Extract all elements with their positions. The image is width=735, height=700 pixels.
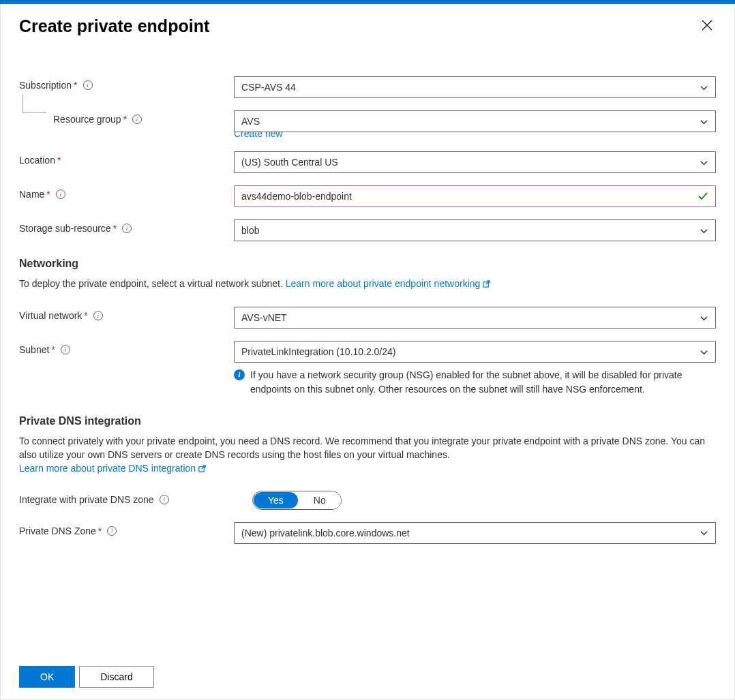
close-button[interactable] (698, 16, 716, 37)
page-title: Create private endpoint (19, 16, 209, 36)
info-icon[interactable]: i (160, 495, 169, 504)
dns-link-text: Learn more about private DNS integration (19, 461, 196, 475)
chevron-down-icon (700, 117, 708, 126)
info-icon[interactable]: i (61, 345, 70, 354)
dns-zone-value: (New) privatelink.blob.core.windows.net (241, 528, 410, 538)
external-link-icon (482, 279, 491, 288)
subscription-select[interactable]: CSP-AVS 44 (234, 76, 716, 98)
required-asterisk: * (46, 189, 50, 200)
location-value: (US) South Central US (241, 157, 338, 168)
required-asterisk: * (123, 114, 127, 125)
close-icon (701, 19, 713, 31)
chevron-down-icon (700, 226, 708, 235)
virtual-network-select[interactable]: AVS-vNET (234, 307, 716, 329)
subnet-value: PrivateLinkIntegration (10.10.2.0/24) (241, 346, 395, 357)
ok-button[interactable]: OK (19, 666, 75, 688)
chevron-down-icon (700, 348, 708, 356)
resource-group-value: AVS (241, 116, 260, 127)
networking-description: To deploy the private endpoint, select a… (19, 277, 716, 290)
subnet-label: Subnet (19, 344, 49, 355)
dns-zone-label: Private DNS Zone (19, 526, 96, 536)
name-value: avs44demo-blob-endpoint (241, 191, 352, 202)
toggle-no[interactable]: No (299, 491, 341, 509)
external-link-icon (198, 464, 207, 473)
dns-learn-more-link[interactable]: Learn more about private DNS integration (19, 461, 207, 475)
name-input[interactable]: avs44demo-blob-endpoint (234, 185, 716, 207)
location-label: Location (19, 155, 55, 166)
toggle-yes[interactable]: Yes (254, 492, 298, 508)
sub-resource-label: Storage sub-resource (19, 223, 111, 234)
checkmark-icon (698, 191, 708, 202)
dns-integrate-toggle[interactable]: Yes No (252, 491, 342, 510)
required-asterisk: * (51, 344, 55, 355)
sub-resource-select[interactable]: blob (234, 219, 716, 241)
info-icon[interactable]: i (107, 526, 117, 536)
dns-heading: Private DNS integration (19, 415, 716, 427)
discard-button[interactable]: Discard (79, 666, 153, 688)
networking-learn-more-link[interactable]: Learn more about private endpoint networ… (286, 277, 492, 290)
networking-heading: Networking (19, 258, 716, 270)
resource-group-label: Resource group (53, 114, 121, 125)
virtual-network-label: Virtual network (19, 310, 82, 321)
chevron-down-icon (700, 83, 708, 92)
dns-description: To connect privately with your private e… (19, 434, 716, 476)
info-icon[interactable]: i (56, 189, 65, 199)
chevron-down-icon (700, 528, 708, 537)
required-asterisk: * (98, 526, 102, 536)
dns-integrate-label: Integrate with private DNS zone (19, 494, 154, 505)
info-icon[interactable]: i (83, 80, 93, 90)
networking-desc-text: To deploy the private endpoint, select a… (19, 278, 286, 289)
resource-group-select[interactable]: AVS (234, 110, 716, 132)
info-icon[interactable]: i (122, 224, 132, 233)
info-icon[interactable]: i (132, 115, 142, 124)
required-asterisk: * (113, 223, 117, 234)
sub-resource-value: blob (241, 225, 259, 236)
subscription-label: Subscription (19, 80, 72, 91)
networking-link-text: Learn more about private endpoint networ… (286, 277, 481, 290)
dns-desc-text: To connect privately with your private e… (19, 436, 705, 460)
subnet-note-text: If you have a network security group (NS… (250, 368, 716, 396)
location-select[interactable]: (US) South Central US (234, 151, 716, 173)
name-label: Name (19, 189, 44, 200)
required-asterisk: * (84, 310, 87, 321)
subnet-select[interactable]: PrivateLinkIntegration (10.10.2.0/24) (234, 341, 716, 363)
subscription-value: CSP-AVS 44 (241, 82, 296, 93)
subnet-nsg-note: i If you have a network security group (… (234, 368, 716, 396)
required-asterisk: * (57, 155, 61, 166)
required-asterisk: * (74, 80, 77, 91)
info-icon[interactable]: i (93, 311, 103, 320)
dns-zone-select[interactable]: (New) privatelink.blob.core.windows.net (234, 522, 716, 544)
info-callout-icon: i (234, 369, 245, 380)
chevron-down-icon (700, 314, 708, 322)
virtual-network-value: AVS-vNET (241, 312, 287, 323)
chevron-down-icon (700, 158, 708, 167)
tree-indent-line (22, 94, 46, 113)
